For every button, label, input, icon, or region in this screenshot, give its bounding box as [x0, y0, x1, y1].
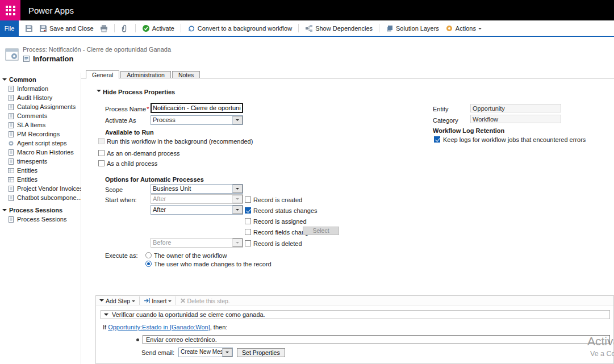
waffle-icon — [6, 6, 15, 15]
document-icon — [7, 103, 15, 111]
automatic-processes-title: Options for Automatic Processes — [105, 176, 204, 183]
sidebar-item-timespents[interactable]: timespents — [0, 157, 81, 166]
record-is-created-checkbox[interactable] — [245, 196, 251, 203]
attach-button[interactable] — [119, 23, 131, 34]
step-bullet-icon — [136, 338, 139, 341]
record-status-timing-dropdown[interactable]: After — [151, 205, 243, 215]
record-is-assigned-checkbox[interactable] — [245, 218, 251, 224]
chevron-down-icon — [99, 299, 104, 304]
windows-activation-watermark-line2: Ve a Co — [590, 350, 614, 358]
chevron-down-icon — [168, 300, 172, 304]
record-fields-change-checkbox[interactable] — [245, 229, 251, 235]
save-and-close-button[interactable]: Save and Close — [37, 23, 95, 34]
document-icon — [7, 112, 15, 120]
condition-row: If Opportunity:Estado in [Ganado;Won], t… — [103, 324, 613, 330]
owner-of-workflow-label: The owner of the workflow — [154, 252, 227, 259]
sidebar-item-project-vendor-invoices[interactable]: Project Vendor Invoices — [0, 184, 81, 193]
insert-icon — [144, 298, 150, 304]
add-step-button[interactable]: Add Step — [99, 298, 135, 304]
sidebar-item-audit-history[interactable]: Audit History — [0, 93, 81, 102]
user-who-made-changes-label: The user who made changes to the record — [154, 261, 272, 267]
document-icon — [7, 149, 15, 156]
convert-to-background-workflow-button[interactable]: Convert to a background workflow — [186, 23, 294, 34]
sidebar-item-entities-1[interactable]: Entities — [0, 166, 81, 175]
sidebar-item-chatbot-subcomponents[interactable]: Chatbot subcompone... — [0, 193, 81, 202]
sidebar-item-comments[interactable]: Comments — [0, 111, 81, 120]
required-mark: * — [147, 106, 149, 112]
dropdown-arrow-icon — [232, 185, 243, 193]
tab-administration[interactable]: Administration — [120, 71, 171, 78]
app-title: Power Apps — [28, 6, 74, 15]
process-title: Process: Notificación - Cierre de oportu… — [23, 46, 171, 53]
sidebar-item-agent-script-steps[interactable]: Agent script steps — [0, 139, 81, 148]
entity-value: Opportunity — [470, 104, 561, 112]
sidebar-section-common[interactable]: Common — [0, 75, 81, 84]
record-status-changes-checkbox[interactable] — [245, 207, 251, 214]
tab-notes[interactable]: Notes — [172, 71, 200, 78]
workflow-log-retention-title: Workflow Log Retention — [433, 127, 504, 134]
tab-general[interactable]: General — [86, 70, 119, 79]
entity-label: Entity — [433, 106, 449, 112]
start-when-label: Start when: — [105, 196, 137, 203]
document-icon — [7, 85, 15, 93]
print-button[interactable] — [98, 23, 110, 34]
file-tab[interactable]: File — [0, 20, 19, 36]
delete-step-button[interactable]: Delete this step. — [180, 298, 229, 304]
record-created-timing-dropdown[interactable]: After — [151, 194, 243, 204]
owner-of-workflow-radio[interactable] — [145, 252, 152, 258]
condition-link[interactable]: Opportunity:Estado in [Ganado;Won] — [108, 324, 210, 330]
step-description-row[interactable]: Verificar cuando la oportunidad se cierr… — [101, 310, 610, 319]
sidebar-item-macro-run-histories[interactable]: Macro Run Histories — [0, 148, 81, 157]
document-icon — [7, 131, 15, 138]
sidebar-item-process-sessions[interactable]: Process Sessions — [0, 215, 81, 224]
separator — [135, 24, 136, 32]
dropdown-arrow-icon — [232, 239, 243, 247]
top-bar: Power Apps — [0, 0, 614, 20]
information-icon — [23, 55, 30, 62]
process-name-label: Process Name* — [105, 106, 149, 112]
table-icon — [7, 176, 15, 183]
run-in-background-label: Run this workflow in the background (rec… — [107, 138, 253, 145]
step-description: Verificar cuando la oportunidad se cierr… — [112, 311, 265, 318]
process-name-input[interactable] — [151, 103, 243, 113]
user-who-made-changes-radio[interactable] — [145, 261, 152, 267]
sidebar-item-entities-2[interactable]: Entities — [0, 175, 81, 184]
save-and-close-icon — [39, 24, 47, 32]
app-launcher-button[interactable] — [0, 0, 20, 20]
keep-logs-checkbox[interactable] — [434, 136, 440, 143]
record-is-deleted-checkbox[interactable] — [245, 240, 251, 246]
set-properties-button[interactable]: Set Properties — [237, 348, 285, 357]
document-icon — [7, 185, 15, 193]
collapse-icon — [2, 209, 7, 214]
sidebar-item-information[interactable]: Information — [0, 84, 81, 93]
sidebar-item-pm-recordings[interactable]: PM Recordings — [0, 129, 81, 139]
activate-as-dropdown[interactable]: Process — [151, 115, 243, 125]
chevron-down-icon — [478, 28, 482, 31]
activate-button[interactable]: Activate — [140, 23, 176, 34]
insert-button[interactable]: Insert — [144, 298, 172, 304]
sidebar-section-process-sessions[interactable]: Process Sessions — [0, 206, 81, 215]
child-process-checkbox[interactable] — [98, 160, 105, 166]
record-deleted-timing-dropdown[interactable]: Before — [151, 238, 243, 248]
email-template-dropdown[interactable]: Create New Message — [178, 348, 233, 357]
separator — [181, 24, 181, 32]
scope-dropdown[interactable]: Business Unit — [151, 184, 243, 194]
save-button[interactable] — [23, 23, 35, 34]
hide-process-properties-toggle[interactable]: Hide Process Properties — [97, 87, 175, 95]
category-label: Category — [433, 117, 458, 124]
run-in-background-checkbox[interactable] — [98, 138, 105, 144]
activate-icon — [142, 24, 150, 32]
record-is-assigned-label: Record is assigned — [253, 218, 307, 225]
solution-layers-button[interactable]: Solution Layers — [384, 23, 441, 34]
select-fields-button[interactable]: Select — [303, 227, 339, 235]
document-icon — [7, 122, 15, 129]
sidebar-item-catalog-assignments[interactable]: Catalog Assignments — [0, 102, 81, 111]
actions-button[interactable]: Actions — [444, 23, 483, 34]
sidebar-item-sla-items[interactable]: SLA Items — [0, 120, 81, 129]
gear-icon — [7, 140, 15, 147]
dropdown-arrow-icon — [232, 195, 243, 203]
send-email-row: Send email: Create New Message Set Prope… — [141, 348, 613, 357]
action-step-box[interactable]: Enviar correo electrónico. — [143, 335, 610, 344]
show-dependencies-button[interactable]: Show Dependencies — [303, 23, 374, 34]
on-demand-process-checkbox[interactable] — [98, 150, 105, 156]
